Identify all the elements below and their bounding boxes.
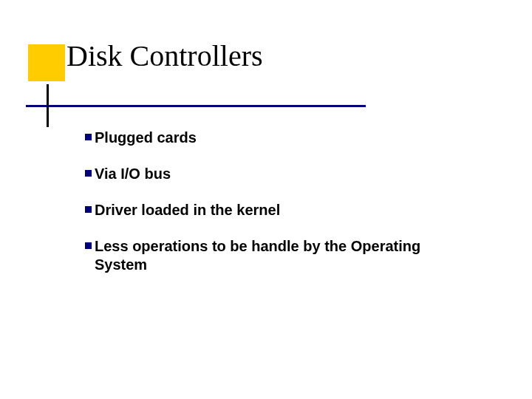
square-bullet-icon <box>85 242 92 249</box>
horizontal-rule <box>26 105 366 107</box>
bullet-text: Plugged cards <box>95 129 462 147</box>
title-row: Disk Controllers <box>66 38 263 73</box>
bullet-text: Driver loaded in the kernel <box>95 201 462 219</box>
list-item: Driver loaded in the kernel <box>85 201 462 219</box>
square-bullet-icon <box>85 134 92 140</box>
bullet-text: Via I/O bus <box>95 165 462 183</box>
square-bullet-icon <box>85 206 92 213</box>
slide: Disk Controllers Plugged cards Via I/O b… <box>0 0 532 399</box>
accent-square <box>28 44 65 81</box>
slide-title: Disk Controllers <box>66 39 263 72</box>
bullet-text: Less operations to be handle by the Oper… <box>95 237 462 274</box>
vertical-rule <box>47 84 49 127</box>
list-item: Plugged cards <box>85 129 462 147</box>
square-bullet-icon <box>85 170 92 177</box>
list-item: Less operations to be handle by the Oper… <box>85 237 462 274</box>
list-item: Via I/O bus <box>85 165 462 183</box>
slide-body: Plugged cards Via I/O bus Driver loaded … <box>85 129 462 292</box>
